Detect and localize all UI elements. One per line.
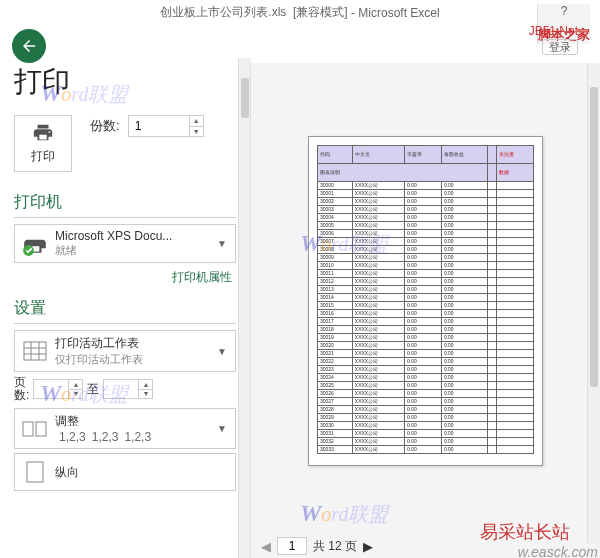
app-name: Microsoft Excel bbox=[358, 6, 439, 20]
printer-properties-link[interactable]: 打印机属性 bbox=[14, 267, 236, 292]
printer-heading: 打印机 bbox=[14, 192, 236, 213]
copies-stepper[interactable]: ▲ ▼ bbox=[128, 115, 204, 137]
chevron-down-icon: ▼ bbox=[215, 423, 229, 434]
back-arrow-icon bbox=[20, 37, 38, 55]
watermark-easck: 易采站长站 bbox=[480, 520, 570, 544]
sheet-icon bbox=[21, 337, 49, 365]
scope-line1: 打印活动工作表 bbox=[55, 335, 215, 352]
up-icon[interactable]: ▲ bbox=[139, 380, 152, 390]
orientation-dropdown[interactable]: 纵向 bbox=[14, 453, 236, 491]
collate-seq2: 1,2,3 bbox=[92, 430, 119, 444]
settings-heading: 设置 bbox=[14, 298, 236, 319]
page-title: 打印 bbox=[14, 63, 236, 101]
page-from-input[interactable] bbox=[34, 380, 68, 398]
help-icon[interactable]: ? bbox=[561, 4, 568, 18]
copies-label: 份数: bbox=[90, 117, 120, 135]
print-button[interactable]: 打印 bbox=[14, 115, 72, 172]
watermark-easck-en: w.easck.com bbox=[518, 544, 598, 558]
portrait-icon bbox=[21, 458, 49, 486]
watermark-jb51: JB51.Net bbox=[529, 24, 578, 38]
chevron-down-icon: ▼ bbox=[215, 346, 229, 357]
login-button[interactable]: 登录 bbox=[542, 39, 578, 55]
printer-name: Microsoft XPS Docu... bbox=[55, 229, 215, 243]
preview-panel: 代码中文名市盈率每股收益关注度图表说明数据30000XXXX公司0.000.00… bbox=[250, 63, 600, 558]
collate-icon bbox=[21, 415, 49, 443]
down-icon[interactable]: ▼ bbox=[69, 390, 82, 399]
pages-to-label: 至 bbox=[87, 383, 99, 396]
print-button-label: 打印 bbox=[31, 148, 55, 165]
preview-scrollbar[interactable] bbox=[587, 63, 600, 543]
orientation-label: 纵向 bbox=[55, 464, 229, 481]
svg-rect-8 bbox=[27, 462, 43, 482]
printer-status: 就绪 bbox=[55, 243, 215, 258]
copies-up-icon[interactable]: ▲ bbox=[190, 116, 203, 127]
titlebar: 创业板上市公司列表.xls [兼容模式] - Microsoft Excel ?… bbox=[0, 0, 600, 25]
page-preview: 代码中文名市盈率每股收益关注度图表说明数据30000XXXX公司0.000.00… bbox=[308, 136, 543, 466]
compat-mode: [兼容模式] bbox=[293, 4, 348, 21]
copies-down-icon[interactable]: ▼ bbox=[190, 127, 203, 137]
file-name: 创业板上市公司列表.xls bbox=[160, 4, 286, 21]
collate-label: 调整 bbox=[55, 413, 215, 430]
back-button[interactable] bbox=[12, 29, 46, 63]
up-icon[interactable]: ▲ bbox=[69, 380, 82, 390]
page-number-input[interactable] bbox=[277, 537, 307, 555]
page-to-stepper[interactable]: ▲▼ bbox=[103, 379, 153, 399]
page-to-input[interactable] bbox=[104, 380, 138, 398]
collate-seq1: 1,2,3 bbox=[59, 430, 86, 444]
copies-input[interactable] bbox=[129, 116, 189, 136]
print-scope-dropdown[interactable]: 打印活动工作表 仅打印活动工作表 ▼ bbox=[14, 330, 236, 372]
page-from-stepper[interactable]: ▲▼ bbox=[33, 379, 83, 399]
down-icon[interactable]: ▼ bbox=[139, 390, 152, 399]
svg-rect-1 bbox=[24, 342, 46, 360]
collate-seq3: 1,2,3 bbox=[124, 430, 151, 444]
chevron-down-icon: ▼ bbox=[215, 238, 229, 249]
printer-icon bbox=[29, 122, 57, 144]
printer-dropdown[interactable]: Microsoft XPS Docu... 就绪 ▼ bbox=[14, 224, 236, 263]
svg-rect-6 bbox=[23, 422, 33, 436]
next-page-button[interactable]: ▶ bbox=[363, 539, 373, 554]
pages-label: 页 数: bbox=[14, 376, 29, 402]
page-total: 共 12 页 bbox=[313, 538, 357, 555]
printer-status-icon bbox=[21, 230, 49, 258]
print-settings-panel: 打印 打印 份数: ▲ ▼ 打印机 bbox=[0, 63, 250, 558]
collate-dropdown[interactable]: 调整 1,2,3 1,2,3 1,2,3 ▼ bbox=[14, 408, 236, 449]
svg-rect-7 bbox=[36, 422, 46, 436]
scope-line2: 仅打印活动工作表 bbox=[55, 352, 215, 367]
prev-page-button[interactable]: ◀ bbox=[261, 539, 271, 554]
